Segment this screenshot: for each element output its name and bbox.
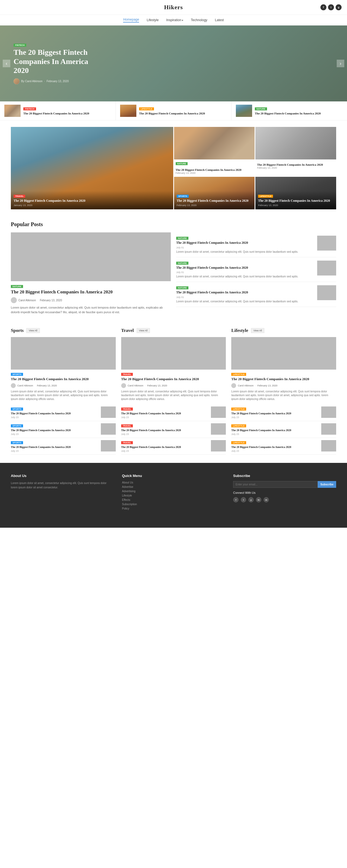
- travel-card-img: [121, 337, 226, 370]
- sports-card-title[interactable]: The 20 Biggest Fintech Companies In Amer…: [11, 377, 116, 381]
- footer-link-advertise[interactable]: Advertise: [122, 485, 225, 488]
- travel-small-0[interactable]: TRAVEL The 20 Biggest Fintech Companies …: [121, 404, 226, 421]
- popular-main-separator: ·: [37, 299, 38, 302]
- popular-list-thumb-2: [317, 285, 336, 300]
- popular-main-title[interactable]: The 20 Biggest Fintech Companies In Amer…: [11, 289, 171, 295]
- footer-social-mail[interactable]: m: [263, 497, 269, 502]
- footer-social-twitter[interactable]: t: [241, 497, 246, 502]
- popular-list-badge-1: NATURE: [176, 262, 188, 265]
- lifestyle-card-date: February 13, 2020: [257, 384, 278, 387]
- footer-social-icons: f t y in m: [233, 497, 336, 502]
- mini-article-1[interactable]: LIFESTYLE The 20 Biggest Fintech Compani…: [116, 101, 231, 120]
- mini-articles-row: FINTECH The 20 Biggest Fintech Companies…: [0, 101, 347, 120]
- mini-article-2[interactable]: NATURE The 20 Biggest Fintech Companies …: [231, 101, 347, 120]
- sports-col-card: SPORTS The 20 Biggest Fintech Companies …: [11, 337, 116, 455]
- nav-homepage[interactable]: Homepage: [123, 18, 139, 23]
- lifestyle-small-0[interactable]: LIFESTYLE The 20 Biggest Fintech Compani…: [231, 404, 336, 421]
- mini-badge-2: NATURE: [255, 107, 267, 111]
- lifestyle-card-title[interactable]: The 20 Biggest Fintech Companies In Amer…: [231, 377, 336, 381]
- nav-lifestyle[interactable]: Lifestyle: [147, 18, 159, 22]
- travel-view-all-btn[interactable]: View All: [137, 328, 150, 333]
- footer-link-subscription[interactable]: Subscription: [122, 503, 225, 506]
- mini-title-2: The 20 Biggest Fintech Companies In Amer…: [255, 112, 343, 115]
- grid-bottomright1[interactable]: SPORTS The 20 Biggest Fintech Companies …: [174, 177, 255, 209]
- grid-large-date: January 13, 2020: [13, 204, 170, 207]
- popular-list-item-2[interactable]: NATURE The 20 Biggest Fintech Companies …: [176, 282, 336, 307]
- popular-title: Popular Posts: [11, 221, 336, 227]
- three-col-section: Sports View All Travel View All Lifestyl…: [0, 322, 347, 463]
- grid-bottomright2[interactable]: LIFESTYLE The 20 Biggest Fintech Compani…: [255, 177, 336, 209]
- hero-next-button[interactable]: ›: [337, 60, 344, 67]
- social-google-icon[interactable]: g: [336, 4, 342, 10]
- sports-small-1[interactable]: SPORTS The 20 Biggest Fintech Companies …: [11, 421, 116, 438]
- travel-card-sep: ·: [145, 384, 146, 387]
- travel-sm1-date: July 23: [121, 433, 209, 435]
- grid-br1-badge: SPORTS: [177, 195, 189, 198]
- footer-about-title: About Us: [11, 474, 114, 478]
- grid-topright2[interactable]: The 20 Biggest Fintech Companies In Amer…: [255, 127, 336, 176]
- footer-social-instagram[interactable]: in: [256, 497, 261, 502]
- popular-list-date-0: July 01: [176, 246, 314, 249]
- nav-technology[interactable]: Technology: [191, 18, 208, 22]
- lifestyle-small-2[interactable]: LIFESTYLE The 20 Biggest Fintech Compani…: [231, 438, 336, 455]
- lifestyle-col-title: Lifestyle: [231, 328, 248, 333]
- sports-sm1-title: The 20 Biggest Fintech Companies In Amer…: [11, 429, 99, 432]
- popular-list-item-0[interactable]: NATURE The 20 Biggest Fintech Companies …: [176, 232, 336, 257]
- footer-link-effects[interactable]: Effects: [122, 498, 225, 501]
- footer-quickmenu-col: Quick Menu About Us Advertise Advertisin…: [122, 474, 225, 512]
- popular-list-item-1[interactable]: NATURE The 20 Biggest Fintech Companies …: [176, 257, 336, 282]
- social-facebook-icon[interactable]: f: [320, 4, 326, 10]
- lifestyle-view-all-btn[interactable]: View All: [251, 328, 264, 333]
- travel-card-badge: TRAVEL: [121, 373, 133, 376]
- grid-br1-date: February 13, 2020: [177, 204, 252, 207]
- hero-prev-button[interactable]: ‹: [3, 60, 10, 67]
- subscribe-email-input[interactable]: [233, 481, 318, 488]
- sports-card-badge: SPORTS: [11, 373, 23, 376]
- hero-date: February 13, 2020: [46, 80, 69, 83]
- sports-sm0-title: The 20 Biggest Fintech Companies In Amer…: [11, 412, 99, 415]
- mini-title-0: The 20 Biggest Fintech Companies In Amer…: [23, 112, 111, 115]
- footer-link-advertising[interactable]: Advertising: [122, 490, 225, 493]
- main-nav: Homepage Lifestyle Inspiration Technolog…: [0, 15, 347, 26]
- sports-small-0[interactable]: SPORTS The 20 Biggest Fintech Companies …: [11, 404, 116, 421]
- travel-sm2-badge: TRAVEL: [121, 441, 133, 444]
- sports-sm2-title: The 20 Biggest Fintech Companies In Amer…: [11, 445, 99, 449]
- travel-small-1[interactable]: TRAVEL The 20 Biggest Fintech Companies …: [121, 421, 226, 438]
- social-twitter-icon[interactable]: t: [328, 4, 334, 10]
- mini-info-1: LIFESTYLE The 20 Biggest Fintech Compani…: [139, 106, 227, 115]
- mini-article-0[interactable]: FINTECH The 20 Biggest Fintech Companies…: [0, 101, 116, 120]
- popular-list-title-0: The 20 Biggest Fintech Companies In Amer…: [176, 241, 314, 245]
- grid-tr2-title: The 20 Biggest Fintech Companies In Amer…: [257, 163, 335, 166]
- footer-social-youtube[interactable]: y: [248, 497, 254, 502]
- footer-subscribe-title: Subscribe: [233, 474, 336, 478]
- nav-inspiration[interactable]: Inspiration: [166, 18, 183, 22]
- grid-topright1[interactable]: NATURE The 20 Biggest Fintech Companies …: [174, 127, 255, 176]
- travel-small-2[interactable]: TRAVEL The 20 Biggest Fintech Companies …: [121, 438, 226, 455]
- travel-card-title[interactable]: The 20 Biggest Fintech Companies In Amer…: [121, 377, 226, 381]
- footer-social-facebook[interactable]: f: [233, 497, 239, 502]
- sports-small-2[interactable]: SPORTS The 20 Biggest Fintech Companies …: [11, 438, 116, 455]
- sports-card-author: Carol Atkinson: [18, 384, 33, 387]
- popular-list-date-2: July 01: [176, 296, 314, 299]
- lifestyle-sm1-badge: LIFESTYLE: [231, 424, 246, 427]
- hero-avatar: [13, 79, 20, 84]
- sports-view-all-btn[interactable]: View All: [26, 328, 39, 333]
- sports-card-img: [11, 337, 116, 370]
- nav-latest[interactable]: Latest: [215, 18, 224, 22]
- popular-list-title-2: The 20 Biggest Fintech Companies In Amer…: [176, 290, 314, 295]
- grid-tr1-date: February 13, 2020: [176, 172, 253, 174]
- footer-link-lifestyle[interactable]: Lifestyle: [122, 494, 225, 497]
- popular-list-date-1: July 01: [176, 271, 314, 274]
- subscribe-button[interactable]: Subscribe: [318, 481, 336, 488]
- grid-large-item[interactable]: TRAVEL The 20 Biggest Fintech Companies …: [11, 127, 173, 209]
- lifestyle-small-1[interactable]: LIFESTYLE The 20 Biggest Fintech Compani…: [231, 421, 336, 438]
- lifestyle-sm2-thumb: [321, 440, 336, 452]
- travel-card-avatar: [121, 383, 126, 388]
- mini-info-0: FINTECH The 20 Biggest Fintech Companies…: [23, 106, 111, 115]
- popular-list: NATURE The 20 Biggest Fintech Companies …: [176, 232, 336, 314]
- lifestyle-col-card: LIFESTYLE The 20 Biggest Fintech Compani…: [231, 337, 336, 455]
- connect-title: Connect With Us: [233, 491, 336, 494]
- mini-info-2: NATURE The 20 Biggest Fintech Companies …: [255, 106, 343, 115]
- footer-link-about[interactable]: About Us: [122, 481, 225, 484]
- footer-link-policy[interactable]: Policy: [122, 507, 225, 510]
